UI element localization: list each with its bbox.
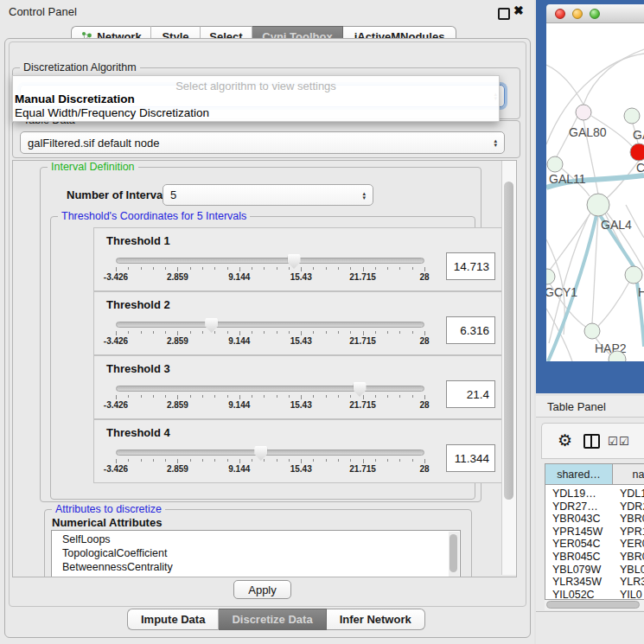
attribute-list-item[interactable]: SelfLoops (62, 533, 111, 545)
table-cell[interactable]: YBR043C (552, 513, 601, 525)
threshold-label: Threshold 2 (106, 298, 170, 311)
slider-track[interactable] (116, 450, 424, 456)
float-window-icon[interactable] (498, 8, 510, 20)
attributes-list-scrollbar[interactable] (449, 532, 459, 577)
network-node[interactable] (546, 269, 555, 284)
network-view-window: GAL80GACGAL11GAL4GCY1HHAP2 (536, 0, 644, 393)
attribute-list-item[interactable]: TopologicalCoefficient (62, 547, 167, 559)
table-cell[interactable]: YDL19… (552, 488, 596, 500)
table-cell[interactable]: YBR0 (620, 551, 644, 563)
apply-button[interactable]: Apply (233, 580, 291, 599)
threshold-value-field[interactable]: 11.344 (446, 444, 495, 472)
table-cell[interactable]: YBR045C (552, 551, 601, 563)
network-node[interactable] (547, 156, 563, 172)
algorithm-dropdown-popup: Select algorithm to view settings Manual… (12, 75, 500, 122)
tab-discretize-data[interactable]: Discretize Data (219, 609, 326, 630)
network-node-label: H (638, 285, 644, 299)
control-panel-title: Control Panel (9, 5, 77, 18)
algorithm-option[interactable]: Equal Width/Frequency Discretization (15, 106, 209, 119)
table-cell[interactable]: YPR145W (552, 526, 603, 538)
network-node[interactable] (630, 143, 644, 161)
slider-tick-labels: -3.4262.8599.14415.4321.71528 (116, 336, 424, 347)
thresholds-group: Threshold's Coordinates for 5 Intervals … (50, 216, 475, 500)
scrollbar-thumb[interactable] (546, 601, 640, 609)
slider-track[interactable] (116, 386, 424, 392)
network-edge (598, 282, 629, 326)
network-node-label: C (636, 161, 644, 175)
threshold-value-field[interactable]: 14.713 (446, 252, 495, 280)
network-graph: GAL80GACGAL11GAL4GCY1HHAP2 (546, 23, 644, 361)
minimize-traffic-light-icon[interactable] (572, 9, 583, 19)
table-column-header[interactable]: na (613, 464, 644, 485)
network-node[interactable] (584, 323, 600, 339)
table-horizontal-scrollbar[interactable] (545, 600, 644, 610)
interval-definition-group-title: Interval Definition (48, 161, 138, 173)
network-node[interactable] (576, 105, 591, 120)
checkbox-icon[interactable]: ☑ (619, 435, 629, 448)
table-cell[interactable]: YIL0 (620, 589, 642, 600)
table-cell[interactable]: YLR345W (552, 576, 602, 588)
network-node[interactable] (587, 194, 609, 216)
node-attribute-table[interactable]: shared…naYDL19…YDL1YDR27…YDR2YBR043CYBR0… (545, 463, 644, 600)
tab-infer-network[interactable]: Infer Network (327, 609, 425, 630)
slider-track[interactable] (116, 322, 424, 328)
combo-arrows-icon: ▴▾ (494, 138, 497, 147)
table-cell[interactable]: YBR0 (620, 513, 644, 525)
network-node-label: GAL11 (549, 172, 586, 186)
tab-label: Discretize Data (232, 613, 312, 626)
slider-ticks (116, 331, 424, 335)
close-traffic-light-icon[interactable] (555, 9, 565, 19)
table-panel-toolbar: ⚙ ☑ ☑ (541, 423, 644, 459)
slider-ticks (116, 395, 424, 399)
checkbox-icon[interactable]: ☑ (608, 435, 618, 448)
network-window-titlebar[interactable] (546, 4, 644, 23)
table-cell[interactable]: YLR3 (620, 576, 644, 588)
slider-tick-labels: -3.4262.8599.14415.4321.71528 (116, 464, 424, 475)
table-column-header[interactable]: shared… (545, 464, 613, 485)
zoom-traffic-light-icon[interactable] (590, 9, 600, 19)
threshold-value-field[interactable]: 6.316 (446, 316, 495, 344)
network-canvas[interactable]: GAL80GACGAL11GAL4GCY1HHAP2 (546, 23, 644, 361)
table-cell[interactable]: YDR2 (620, 501, 644, 513)
table-cell[interactable]: YDL1 (620, 488, 644, 500)
table-cell[interactable]: YDR27… (552, 501, 598, 513)
number-of-intervals-combo[interactable]: 5 ▴▾ (163, 184, 373, 206)
network-node[interactable] (624, 108, 640, 124)
slider-track[interactable] (116, 258, 424, 264)
network-edge (583, 49, 644, 105)
table-cell[interactable]: YIL052C (552, 589, 595, 600)
slider-ticks (116, 459, 424, 463)
attribute-list-item[interactable]: BetweennessCentrality (62, 561, 173, 573)
table-data-combo[interactable]: galFiltered.sif default node ▴▾ (20, 131, 505, 154)
network-node-label: GAL80 (569, 125, 607, 139)
numerical-attributes-list[interactable]: SelfLoopsTopologicalCoefficientBetweenne… (51, 530, 461, 577)
slider-ticks (116, 267, 424, 271)
slider-tick-labels: -3.4262.8599.14415.4321.71528 (116, 400, 424, 411)
threshold-row: Threshold 2-3.4262.8599.14415.4321.71528… (93, 291, 507, 355)
scrollbar-thumb[interactable] (504, 182, 513, 500)
threshold-value-field[interactable]: 21.4 (446, 380, 495, 408)
network-node[interactable] (625, 266, 642, 284)
network-node-label: GCY1 (546, 285, 577, 299)
table-cell[interactable]: YPR1 (620, 526, 644, 538)
discretization-algorithm-group-title: Discretization Algorithm (20, 61, 140, 73)
settings-scrollbar[interactable] (501, 161, 516, 575)
tab-label: Impute Data (141, 613, 205, 626)
table-panel: Table Panel ⚙ ☑ ☑ shared…naYDL19…YDL1YDR… (536, 396, 644, 644)
gear-icon[interactable]: ⚙ (558, 430, 572, 450)
threshold-label: Threshold 3 (106, 362, 170, 375)
table-cell[interactable]: YBL0 (620, 564, 644, 576)
close-icon[interactable]: ✖ (513, 3, 524, 17)
algorithm-option[interactable]: Manual Discretization (15, 92, 135, 105)
control-panel: Control Panel ✖ NetworkStyleSelectCyni T… (0, 0, 534, 644)
number-of-intervals-value: 5 (170, 188, 176, 201)
table-cell[interactable]: YER0 (620, 538, 644, 550)
table-cell[interactable]: YBL079W (552, 564, 601, 576)
table-cell[interactable]: YER054C (552, 538, 601, 550)
tab-impute-data[interactable]: Impute Data (127, 609, 219, 630)
thresholds-group-title: Threshold's Coordinates for 5 Intervals (58, 210, 250, 222)
split-column-icon[interactable] (583, 434, 600, 449)
scrollbar-thumb[interactable] (450, 534, 457, 572)
threshold-label: Threshold 4 (106, 426, 170, 439)
interval-definition-group: Interval Definition Number of Intervals … (40, 167, 481, 502)
